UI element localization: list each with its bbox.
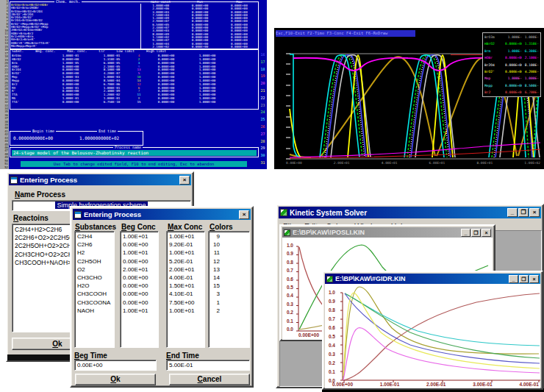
color-item[interactable]: 13 (211, 266, 220, 274)
color-item[interactable]: 10 (211, 240, 220, 249)
beg-time-field[interactable]: 0.00E+00 (74, 360, 157, 371)
palette-color-number[interactable]: 23 (259, 102, 267, 110)
child1-title-bar[interactable]: E:\BP\KAW\!POSLI.KIN _ ❐ × (282, 227, 493, 238)
substance-item[interactable]: NAOH (75, 307, 114, 315)
substance-item[interactable]: CH3COONA (75, 299, 114, 307)
restore-icon[interactable]: ❐ (519, 275, 529, 283)
palette-color-number[interactable]: 25 (259, 116, 267, 124)
substances-listbox[interactable]: C2H4C2H6H2C2H5OHO2CH3CHOH2OCH3COOHCH3COO… (74, 231, 115, 348)
max-conc-item[interactable]: 4.10E-01 (167, 290, 204, 298)
palette-color-number[interactable]: 21 (259, 88, 267, 95)
colors-listbox[interactable]: 9101112131415312 (208, 231, 250, 348)
beg-conc-item[interactable]: 0.00E+00 (121, 290, 158, 298)
color-item[interactable]: 1 (211, 299, 220, 307)
begin-time-field[interactable]: 0.000000000E+00 (13, 136, 53, 140)
minimize-icon[interactable]: _ (461, 229, 470, 237)
substance-max-conc[interactable]: 6.750E-10 (91, 101, 132, 104)
palette-color-number[interactable]: 17 (259, 59, 267, 66)
palette-color-number[interactable]: 27 (259, 131, 267, 138)
palette-color-number[interactable]: 20 (259, 80, 267, 88)
beg-conc-item[interactable]: 0.00E+00 (121, 282, 158, 290)
max-conc-item[interactable]: 1.50E+01 (167, 282, 204, 290)
substance-item[interactable]: C2H6 (75, 240, 114, 249)
palette-color-number[interactable]: 28 (259, 138, 267, 146)
palette-color-number[interactable]: 16 (259, 51, 267, 59)
max-conc-item[interactable]: 1.00E+01 (167, 307, 204, 315)
color-item[interactable]: 14 (211, 274, 220, 282)
rate-max-value[interactable]: 0.000E+00 (220, 46, 259, 49)
close-icon[interactable]: × (179, 176, 190, 185)
substance-item[interactable]: C2H5OH (75, 257, 114, 266)
rate-min-value[interactable]: 0.000E+00 (180, 46, 219, 49)
minimize-icon[interactable]: _ (509, 275, 518, 283)
restore-icon[interactable]: ❐ (518, 208, 529, 217)
substance-item[interactable]: C2H4 (75, 232, 114, 240)
palette-color-number[interactable]: 30 (259, 152, 267, 160)
restore-icon[interactable]: ❐ (471, 229, 481, 237)
palette-color-number[interactable]: 18 (259, 66, 267, 74)
substance-item[interactable]: H2 (75, 249, 114, 257)
color-palette-column[interactable]: 16171819202122232425262728293031 (259, 51, 267, 168)
substance-item[interactable]: CH3CHO (75, 274, 114, 282)
beg-conc-item[interactable]: 1.00E+01 (121, 307, 158, 315)
rate-row[interactable]: 2.100E+02 0.000E+00 0.000E+00 (141, 46, 259, 49)
close-icon[interactable]: × (529, 275, 539, 283)
palette-color-number[interactable]: 24 (259, 109, 267, 116)
substance-high-limit[interactable]: 1.000E+00 (187, 101, 228, 104)
substance-item[interactable]: O2 (75, 266, 114, 274)
beg-conc-item[interactable]: 0.00E+00 (121, 240, 158, 249)
close-icon[interactable]: × (239, 210, 249, 219)
dialog2-title-bar[interactable]: Entering Process × (73, 209, 251, 220)
max-conc-item[interactable]: 7.50E+00 (167, 299, 204, 307)
beg-conc-item[interactable]: 0.00E+00 (121, 257, 158, 266)
max-conc-item[interactable]: 9.20E-01 (167, 240, 204, 249)
max-conc-item[interactable]: 2.00E+01 (167, 266, 204, 274)
color-item[interactable]: 9 (211, 232, 220, 240)
palette-color-number[interactable]: 26 (259, 124, 267, 131)
substance-beg-conc[interactable]: 0.000E+00 (50, 101, 91, 104)
substance-color-code[interactable]: 15 (132, 101, 146, 104)
legend-value-2: 6.300E-05 (522, 48, 539, 54)
substance-item[interactable]: H2O (75, 282, 114, 290)
max-conc-item[interactable]: 1.00E+01 (167, 249, 204, 257)
max-conc-item[interactable]: 4.00E-01 (167, 274, 204, 282)
color-item[interactable]: 15 (211, 282, 220, 290)
reaction-equation[interactable]: MA+Mepp>Mep+R' (11, 45, 140, 48)
end-time-field[interactable]: 5.00E-01 (166, 360, 250, 371)
color-item[interactable]: 11 (211, 249, 220, 257)
beg-conc-item[interactable]: 0.00E+00 (121, 299, 158, 307)
substance-item[interactable]: CH3COOH (75, 290, 114, 298)
palette-color-number[interactable]: 31 (259, 160, 267, 167)
dialog1-title-bar[interactable]: Entering Process × (9, 174, 191, 185)
substance-name[interactable]: TTA' (10, 101, 50, 104)
ok-button-dialog2[interactable]: Ok (75, 374, 156, 385)
color-item[interactable]: 2 (211, 307, 220, 315)
beg-conc-listbox[interactable]: 1.00E+010.00E+001.00E+010.00E+002.00E+01… (120, 231, 159, 348)
substance-low-limit[interactable]: 0.000E+00 (146, 101, 187, 104)
process-name-field[interactable]: 24-stage model of the Belousov-Zhabotins… (12, 150, 257, 156)
max-conc-listbox[interactable]: 1.00E+019.20E-011.00E+015.20E-012.00E+01… (166, 231, 205, 348)
beg-conc-item[interactable]: 2.00E+01 (121, 266, 158, 274)
end-time-field[interactable]: 1.000000000E+02 (79, 136, 119, 140)
cancel-button[interactable]: Cancel (169, 374, 250, 385)
beg-conc-item[interactable]: 0.00E+00 (121, 274, 158, 282)
palette-color-number[interactable]: 29 (259, 145, 267, 152)
substance-row[interactable]: TTA' 0.000E+00 6.750E-10 15 0.000E+00 1.… (10, 101, 258, 104)
minimize-icon[interactable]: _ (507, 208, 518, 217)
palette-color-number[interactable]: 22 (259, 95, 267, 102)
close-icon[interactable]: × (529, 208, 540, 217)
rate-const-value[interactable]: 2.100E+02 (141, 46, 180, 49)
kss-title-bar[interactable]: Kinetic System Solver _ ❐ × (279, 207, 541, 218)
bz-function-key-menu[interactable]: Esc,F10-Exit F2-Time F3-Conc F4-Exit F6-… (276, 30, 415, 37)
close-icon[interactable]: × (482, 229, 491, 237)
beg-conc-item[interactable]: 1.00E+01 (121, 232, 158, 240)
max-conc-item[interactable]: 5.20E-01 (167, 257, 204, 266)
reaction-equation-list[interactable]: BrO3m+Brm>HBrO2+HOBrHBrO2+Brm>2HOBrBrO3m… (11, 4, 141, 49)
child2-title-bar[interactable]: E:\BP\KAW\#GIDR.KIN _ ❐ × (325, 274, 540, 284)
palette-color-number[interactable]: 19 (259, 73, 267, 80)
color-item[interactable]: 12 (211, 257, 220, 266)
legend-row: BrO3m 1.000E-01 1.000E-01 (484, 34, 539, 40)
max-conc-item[interactable]: 1.00E+01 (167, 232, 204, 240)
beg-conc-item[interactable]: 1.00E+01 (121, 249, 158, 257)
color-item[interactable]: 3 (211, 290, 220, 298)
